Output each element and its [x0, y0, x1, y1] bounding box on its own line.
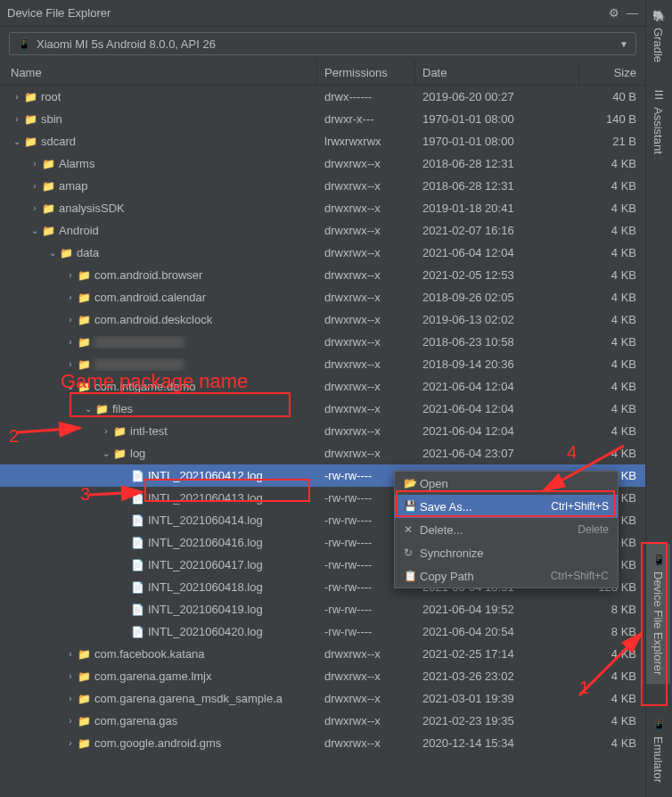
expand-arrow[interactable]: ⌄ [82, 404, 94, 414]
row-label: com.garena.game.lmjx [94, 670, 212, 683]
tree-row[interactable]: ›📁rootdrwx------2019-06-20 00:2740 B [0, 86, 645, 108]
folder-icon: 📁 [23, 91, 37, 103]
folder-icon: 📁 [77, 358, 91, 371]
tab-gradle[interactable]: 🐘 Gradle [646, 0, 670, 71]
row-date: 2018-09-26 02:05 [415, 291, 579, 304]
expand-arrow[interactable]: › [64, 270, 77, 280]
row-date: 2021-06-04 12:04 [415, 402, 579, 415]
row-size: 4 KB [579, 357, 645, 371]
tab-device-file-explorer[interactable]: 📱 Device File Explorer [646, 544, 670, 684]
row-size: 4 KB [579, 736, 645, 750]
folder-icon: 📁 [77, 292, 91, 304]
row-label: Alarms [59, 157, 94, 170]
row-size: 4 KB [579, 714, 645, 727]
row-date: 2018-06-23 10:58 [415, 335, 579, 349]
expand-arrow[interactable]: › [29, 181, 41, 191]
tree-row[interactable]: ›📁analysisSDKdrwxrwx--x2019-01-18 20:414… [0, 197, 645, 219]
tree-row[interactable]: ⌄📁datadrwxrwx--x2021-06-04 12:044 KB [0, 242, 645, 264]
tree-row[interactable]: ›📁Alarmsdrwxrwx--x2018-06-28 12:314 KB [0, 152, 645, 175]
expand-arrow[interactable]: › [64, 337, 77, 347]
tree-row[interactable]: ›📁com.garena.game.lmjxdrwxrwx--x2021-03-… [0, 665, 645, 687]
ctx-open[interactable]: 📂Open [395, 472, 618, 495]
col-perm[interactable]: Permissions [317, 61, 415, 85]
gear-icon[interactable]: ⚙ [609, 6, 619, 20]
tree-row[interactable]: ›📁drwxrwx--x2018-09-14 20:364 KB [0, 353, 645, 375]
expand-arrow[interactable]: › [64, 671, 77, 681]
expand-arrow[interactable]: › [64, 315, 77, 325]
row-date: 2021-02-23 19:35 [415, 714, 579, 727]
expand-arrow[interactable]: › [64, 292, 77, 302]
tree-row[interactable]: ›📁sbindrwxr-x---1970-01-01 08:00140 B [0, 108, 645, 130]
row-perm: drwxrwx--x [317, 291, 415, 304]
expand-arrow[interactable]: › [64, 738, 77, 748]
tree-row[interactable]: ›📁com.google.android.gmsdrwxrwx--x2020-1… [0, 732, 645, 754]
tree-row[interactable]: 📄INTL_2021060419.log-rw-rw----2021-06-04… [0, 598, 645, 620]
row-perm: drwxrwx--x [317, 357, 415, 371]
expand-arrow[interactable]: › [64, 716, 77, 726]
tree-row[interactable]: ›📁drwxrwx--x2018-06-23 10:584 KB [0, 331, 645, 353]
expand-arrow[interactable]: › [11, 92, 23, 102]
tree-row[interactable]: ⌄📁com.intlgame.demodrwxrwx--x2021-06-04 … [0, 375, 645, 398]
row-size: 8 KB [579, 603, 645, 616]
expand-arrow[interactable]: ⌄ [11, 136, 23, 146]
tab-assistant[interactable]: ☰ Assistant [646, 80, 670, 163]
tree-row[interactable]: ›📁com.android.deskclockdrwxrwx--x2019-06… [0, 308, 645, 331]
row-size: 4 KB [579, 291, 645, 304]
expand-arrow[interactable]: › [64, 649, 77, 659]
copy-icon: 📋 [404, 570, 420, 582]
col-name[interactable]: Name [0, 61, 317, 85]
expand-arrow[interactable]: ⌄ [46, 248, 59, 258]
tree-row[interactable]: ›📁com.android.browserdrwxrwx--x2021-02-0… [0, 264, 645, 286]
tree-row[interactable]: 📄INTL_2021060420.log-rw-rw----2021-06-04… [0, 620, 645, 643]
col-date[interactable]: Date [415, 61, 579, 85]
ctx-save-as[interactable]: 💾Save As...Ctrl+Shift+S [395, 495, 618, 518]
row-label: INTL_2021060412.log [148, 469, 263, 482]
dropdown-icon: ▼ [619, 39, 628, 49]
row-date: 2019-06-20 00:27 [415, 90, 579, 103]
row-date: 2021-06-04 23:07 [415, 447, 579, 460]
row-size: 40 B [579, 90, 645, 103]
expand-arrow[interactable]: ⌄ [29, 226, 41, 235]
row-label: INTL_2021060419.log [148, 603, 263, 616]
tree-row[interactable]: ⌄📁sdcardlrwxrwxrwx1970-01-01 08:0021 B [0, 130, 645, 152]
ctx-delete[interactable]: ✕Delete...Delete [395, 518, 618, 541]
ctx-copy-path[interactable]: 📋Copy PathCtrl+Shift+C [395, 564, 618, 587]
tree-row[interactable]: ›📁com.facebook.katanadrwxrwx--x2021-02-2… [0, 643, 645, 665]
row-label: root [41, 90, 61, 103]
expand-arrow[interactable]: › [11, 114, 23, 124]
file-icon: 📄 [130, 514, 144, 527]
device-selector[interactable]: 📱 Xiaomi MI 5s Android 8.0.0, API 26 ▼ [9, 32, 636, 55]
row-perm: drwxrwx--x [317, 224, 415, 237]
expand-arrow[interactable]: › [29, 203, 41, 213]
row-date: 2021-03-01 19:39 [415, 692, 579, 705]
tree-row[interactable]: ›📁com.android.calendardrwxrwx--x2018-09-… [0, 286, 645, 308]
file-icon: 📄 [130, 581, 144, 594]
tree-row[interactable]: ›📁intl-testdrwxrwx--x2021-06-04 12:044 K… [0, 420, 645, 442]
tree-row[interactable]: ›📁amapdrwxrwx--x2018-06-28 12:314 KB [0, 175, 645, 197]
tree-row[interactable]: ›📁com.garena.gasdrwxrwx--x2021-02-23 19:… [0, 710, 645, 732]
tab-emulator[interactable]: 📱 Emulator [646, 709, 670, 792]
row-perm: drwxrwx--x [317, 179, 415, 193]
tree-row[interactable]: ⌄📁logdrwxrwx--x2021-06-04 23:074 KB [0, 442, 645, 464]
file-icon: 📄 [130, 492, 144, 505]
expand-arrow[interactable]: ⌄ [100, 448, 112, 458]
row-label: analysisSDK [59, 201, 125, 215]
expand-arrow[interactable]: › [64, 359, 77, 369]
col-size[interactable]: Size [579, 61, 645, 85]
expand-arrow[interactable]: › [29, 159, 41, 168]
device-name: Xiaomi MI 5s Android 8.0.0, API 26 [37, 37, 619, 51]
minimize-icon[interactable]: — [627, 6, 638, 20]
expand-arrow[interactable]: ⌄ [64, 382, 77, 391]
expand-arrow[interactable]: › [100, 426, 112, 436]
expand-arrow[interactable]: › [64, 694, 77, 703]
tree-row[interactable]: ⌄📁filesdrwxrwx--x2021-06-04 12:044 KB [0, 398, 645, 420]
row-date: 2018-09-14 20:36 [415, 357, 579, 371]
row-size: 4 KB [579, 224, 645, 237]
ctx-sync[interactable]: ↻Synchronize [395, 541, 618, 564]
tree-row[interactable]: ⌄📁Androiddrwxrwx--x2021-02-07 16:164 KB [0, 219, 645, 242]
row-date: 2021-03-26 23:02 [415, 670, 579, 683]
row-perm: drwxrwx--x [317, 157, 415, 170]
tree-row[interactable]: ›📁com.garena.garena_msdk_sample.adrwxrwx… [0, 687, 645, 710]
open-icon: 📂 [404, 477, 420, 489]
row-label: log [130, 447, 145, 460]
